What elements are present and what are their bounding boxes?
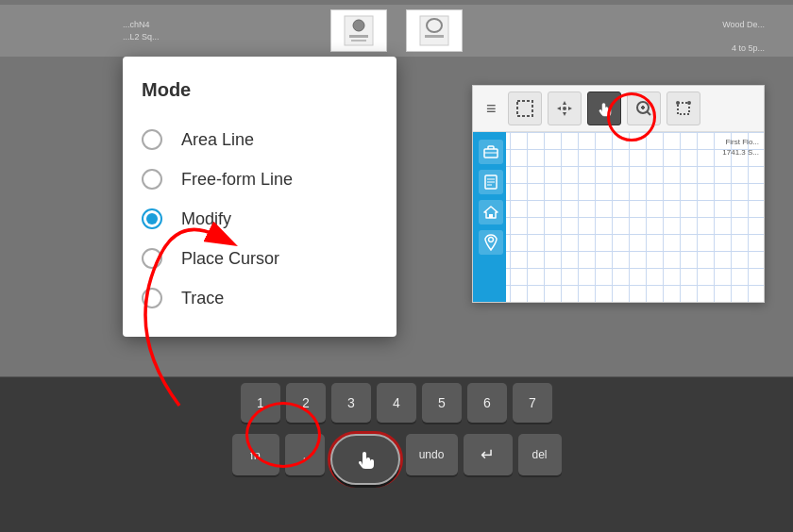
label-free-form-line: Free-form Line [181, 170, 293, 190]
key-hand-tool[interactable] [330, 434, 400, 485]
option-trace[interactable]: Trace [142, 278, 378, 318]
key-4[interactable]: 4 [377, 383, 416, 423]
sidebar-briefcase[interactable] [479, 140, 503, 164]
radio-place-cursor[interactable] [142, 248, 162, 269]
right-panel: ≡ [472, 85, 765, 303]
key-dot[interactable]: . [285, 434, 325, 475]
doc-thumb-2[interactable] [406, 9, 463, 52]
option-place-cursor[interactable]: Place Cursor [142, 239, 378, 278]
svg-rect-7 [517, 101, 532, 116]
svg-rect-4 [420, 16, 448, 45]
radio-area-line[interactable] [142, 129, 162, 150]
grid-right-label: First Flo... 1741.3 S... [722, 137, 759, 158]
hamburger-menu[interactable]: ≡ [481, 95, 502, 123]
key-undo[interactable]: undo [406, 434, 458, 475]
small-doc-label: ...chN4...L2 Sq... [123, 19, 160, 42]
svg-point-18 [687, 101, 691, 105]
svg-marker-9 [563, 112, 566, 116]
toolbar: ≡ [473, 86, 764, 132]
keyboard-number-row: 1 2 3 4 5 6 7 [0, 377, 793, 424]
label-place-cursor: Place Cursor [181, 249, 279, 269]
svg-marker-8 [563, 101, 566, 105]
svg-marker-10 [557, 107, 561, 110]
svg-rect-6 [425, 35, 444, 38]
radio-modify[interactable] [142, 208, 162, 229]
sidebar-document[interactable] [479, 170, 503, 194]
key-3[interactable]: 3 [331, 383, 371, 423]
radio-free-form-line[interactable] [142, 169, 162, 190]
svg-rect-3 [351, 40, 366, 42]
key-enter[interactable]: ↵ [464, 434, 513, 475]
keyboard-function-row: fn . undo ↵ del [0, 428, 793, 487]
key-fn[interactable]: fn [232, 434, 279, 475]
svg-line-16 [647, 112, 650, 116]
doc-thumb-1[interactable] [330, 9, 387, 52]
svg-rect-2 [349, 35, 368, 38]
sidebar-location[interactable] [479, 230, 503, 255]
svg-point-27 [489, 238, 494, 242]
svg-rect-26 [489, 214, 493, 218]
option-modify[interactable]: Modify [142, 199, 378, 239]
doc-right-label: Wood De... 4 to 5p... [722, 19, 765, 55]
key-6[interactable]: 6 [467, 383, 507, 423]
svg-point-17 [676, 101, 680, 105]
option-area-line[interactable]: Area Line [142, 120, 378, 159]
toolbar-move[interactable] [548, 91, 582, 125]
toolbar-hand[interactable] [587, 91, 621, 125]
svg-point-12 [563, 107, 566, 110]
key-5[interactable]: 5 [422, 383, 462, 423]
top-documents-area [0, 5, 793, 57]
svg-point-1 [353, 20, 364, 31]
toolbar-zoom-in[interactable] [627, 91, 661, 125]
key-7[interactable]: 7 [513, 383, 552, 423]
toolbar-select-rect[interactable] [508, 91, 542, 125]
keyboard-area: 1 2 3 4 5 6 7 fn . undo ↵ del [0, 376, 793, 532]
radio-trace[interactable] [142, 288, 162, 308]
mode-dialog: Mode Area Line Free-form Line Modify Pla… [123, 57, 396, 337]
side-icons-panel [476, 132, 506, 302]
key-2[interactable]: 2 [286, 383, 326, 423]
label-modify: Modify [181, 209, 231, 229]
dialog-title: Mode [142, 79, 378, 101]
label-area-line: Area Line [181, 130, 254, 150]
grid-area: First Flo... 1741.3 S... [473, 132, 764, 302]
key-del[interactable]: del [518, 434, 562, 475]
key-1[interactable]: 1 [241, 383, 280, 423]
label-trace: Trace [181, 289, 224, 308]
sidebar-home[interactable] [479, 200, 503, 224]
option-free-form-line[interactable]: Free-form Line [142, 159, 378, 199]
toolbar-lasso[interactable] [666, 91, 700, 125]
svg-marker-11 [568, 107, 572, 110]
